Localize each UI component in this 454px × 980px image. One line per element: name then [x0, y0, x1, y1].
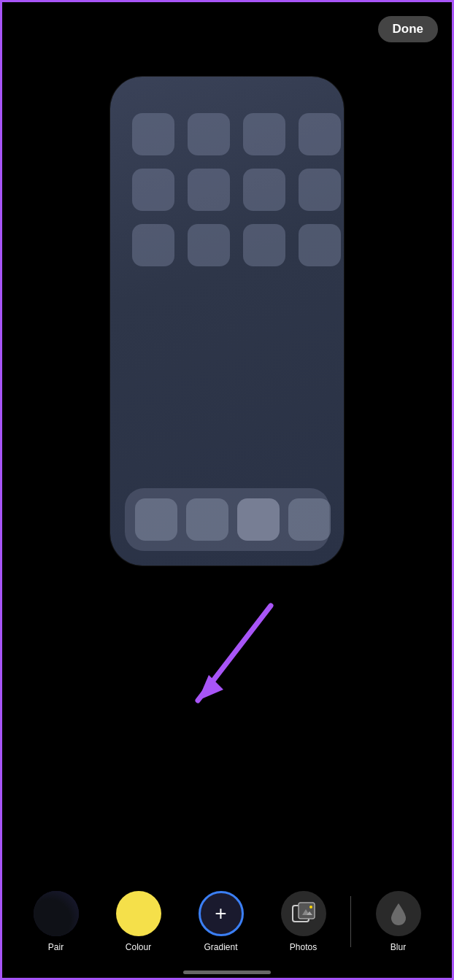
- toolbar-item-photos[interactable]: Photos: [262, 891, 345, 952]
- arrow-container: [154, 591, 300, 737]
- app-icon: [188, 224, 230, 266]
- blur-icon: [376, 891, 421, 936]
- toolbar-item-gradient[interactable]: + Gradient: [180, 891, 262, 952]
- photos-label: Photos: [290, 942, 317, 952]
- app-icon: [243, 113, 285, 155]
- svg-point-2: [34, 891, 79, 936]
- toolbar-item-blur[interactable]: Blur: [357, 891, 439, 952]
- colour-icon: [116, 891, 161, 936]
- svg-point-3: [41, 908, 58, 926]
- blur-label: Blur: [390, 942, 406, 952]
- svg-point-4: [55, 903, 67, 914]
- svg-marker-1: [198, 675, 223, 701]
- gradient-label: Gradient: [204, 942, 237, 952]
- pair-label: Pair: [48, 942, 64, 952]
- app-icon: [132, 113, 174, 155]
- dock-icon: [237, 498, 280, 541]
- bottom-toolbar: Pair Colour + Gradient Photos: [0, 891, 454, 952]
- app-grid: [125, 106, 329, 274]
- pair-icon: [34, 891, 79, 936]
- app-icon: [243, 169, 285, 211]
- svg-point-11: [309, 906, 312, 908]
- app-icon: [132, 169, 174, 211]
- toolbar-item-pair[interactable]: Pair: [15, 891, 97, 952]
- app-icon: [243, 224, 285, 266]
- toolbar-divider: [350, 896, 351, 947]
- done-button[interactable]: Done: [378, 16, 439, 42]
- toolbar-item-colour[interactable]: Colour: [97, 891, 180, 952]
- app-icon: [299, 113, 341, 155]
- app-icon: [132, 224, 174, 266]
- dock-icon: [186, 498, 228, 541]
- phone-mockup: [110, 77, 344, 566]
- gradient-icon: +: [199, 891, 244, 936]
- app-icon: [188, 113, 230, 155]
- svg-point-5: [44, 911, 55, 923]
- dock-icon: [288, 498, 331, 541]
- dock: [125, 488, 329, 551]
- plus-icon: +: [215, 903, 226, 924]
- app-icon: [188, 169, 230, 211]
- home-indicator: [183, 971, 271, 974]
- app-icon: [299, 169, 341, 211]
- photos-icon: [281, 891, 326, 936]
- svg-line-0: [198, 606, 271, 701]
- dock-icon: [135, 498, 177, 541]
- app-icon: [299, 224, 341, 266]
- colour-label: Colour: [126, 942, 151, 952]
